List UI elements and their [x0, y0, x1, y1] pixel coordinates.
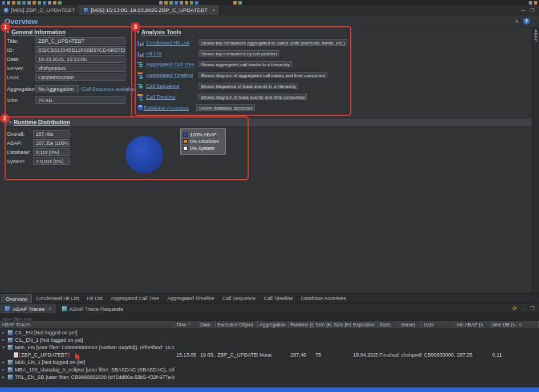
twisty-icon[interactable]: ▾ — [137, 30, 139, 35]
toolbar-icon[interactable] — [175, 1, 178, 5]
toolbar-icon[interactable] — [195, 1, 198, 5]
toolbar-icon[interactable] — [38, 1, 41, 5]
expander-icon[interactable]: ▸ — [1, 375, 6, 379]
column-header[interactable]: Date — [198, 321, 216, 328]
close-icon[interactable]: × — [212, 7, 215, 13]
analysis-tool-link[interactable]: Aggregated Timeline — [146, 72, 198, 78]
toolbar-icon[interactable] — [159, 1, 163, 5]
close-icon[interactable]: × — [48, 306, 51, 312]
analysis-tool-link[interactable]: Call Sequence — [146, 83, 198, 89]
column-header-label: time DB (s — [492, 322, 515, 328]
editor-window-controls: ─ ❐ — [522, 5, 539, 15]
toolbar-icon[interactable] — [7, 1, 10, 5]
column-header[interactable]: User — [422, 321, 455, 328]
toolbar-icon[interactable] — [169, 1, 173, 5]
analysis-tool-row: Aggregated Call Tree Shows aggregated ca… — [137, 60, 351, 68]
trace-tree-row[interactable]: ▸ CIL_EN [Not logged on yet] — [0, 329, 539, 336]
minimize-icon[interactable]: ─ — [522, 7, 525, 13]
column-header[interactable]: State — [378, 321, 399, 328]
field-value: 287,35s (100%) — [33, 139, 70, 147]
trace-tree-row[interactable]: ▸ CIL_EN_1 [Not logged on yet] — [0, 336, 539, 343]
twisty-icon[interactable]: ▾ — [9, 120, 11, 125]
field-label: Aggregation: — [7, 86, 35, 92]
trace-tree-row[interactable]: ▸ M05_EN_1 [Not logged on yet] — [0, 358, 539, 366]
expander-icon[interactable]: ▸ — [1, 338, 6, 342]
column-header[interactable]: Server — [399, 321, 422, 328]
sort-icon: ˄ — [188, 322, 191, 328]
page-tab[interactable]: Condensed Hit List — [32, 294, 83, 302]
editor-tab-trace-object[interactable]: [M05] ZBP_C_UPDATEBT — [0, 5, 79, 15]
field-label: Date: — [7, 56, 35, 62]
toolbar-icon[interactable] — [33, 1, 36, 5]
toolbar-icon[interactable] — [17, 1, 21, 5]
call-sequence-available-link[interactable]: (Call Sequence available) — [81, 86, 136, 92]
toolbar-icon[interactable] — [2, 1, 5, 5]
tab-abap-trace-requests[interactable]: ABAP Trace Requests — [57, 304, 128, 314]
toolbar-icon[interactable] — [238, 1, 242, 5]
column-header[interactable]: Expiration — [351, 321, 378, 328]
toolbar-icon[interactable] — [529, 1, 532, 5]
column-header[interactable]: time DB (s — [491, 321, 517, 328]
toolbar-icon[interactable] — [12, 1, 15, 5]
toolbar-icon[interactable] — [53, 1, 56, 5]
twisty-icon[interactable]: ▾ — [7, 30, 9, 35]
maximize-icon[interactable]: ❐ — [530, 306, 534, 312]
toolbar-icon[interactable] — [190, 1, 193, 5]
page-tab[interactable]: Call Sequence — [218, 294, 260, 302]
tree-cell: ▸ TRL_EN_SB [user filter: CB9980002600 (… — [0, 374, 175, 380]
field-value: No Aggregation — [35, 85, 79, 92]
page-tab[interactable]: Aggregated Timeline — [163, 294, 218, 302]
analysis-tool-link[interactable]: Database Accesses — [144, 105, 196, 111]
trace-tree-row[interactable]: ▾ M05_EN [user filter: CB9980000050 (Ser… — [0, 343, 539, 351]
analysis-tool-description: Shows top consumers by call position — [198, 50, 279, 56]
analysis-tool-icon — [137, 104, 143, 111]
minimized-view-strip[interactable]: ABAP — [532, 27, 539, 293]
column-header[interactable]: ABAP Traces — [0, 321, 175, 328]
toolbar-icon[interactable] — [534, 1, 537, 5]
toolbar-icon[interactable] — [43, 1, 46, 5]
toolbar-icon[interactable] — [27, 1, 31, 5]
page-tab[interactable]: Overview — [1, 294, 32, 303]
editor-tab-trace-result[interactable]: [M05] 15:13:05, 19.03.2025 ZBP_C_UPDATEB… — [79, 5, 220, 15]
help-icon[interactable]: ? — [523, 18, 530, 25]
maximize-icon[interactable]: ❐ — [530, 7, 534, 13]
analysis-tool-row: Call Sequence Shows Sequence of trace ev… — [137, 82, 351, 90]
expander-icon[interactable]: ▾ — [1, 345, 6, 350]
expander-icon[interactable]: ▸ — [1, 367, 6, 372]
analysis-tool-link[interactable]: Hit List — [146, 51, 198, 56]
trace-tree-row[interactable]: ▸ TRL_EN_SB [user filter: CB9980002600 (… — [0, 373, 539, 381]
collapse-all-icon[interactable]: ∧ — [514, 18, 518, 24]
page-tab[interactable]: Call Timeline — [260, 294, 297, 302]
toolbar-icon[interactable] — [185, 1, 188, 5]
field-label: System: — [7, 159, 33, 164]
column-header[interactable]: Size (KB — [332, 321, 351, 328]
expander-icon[interactable]: ▸ — [1, 330, 6, 335]
column-header[interactable]: Runtime (s — [289, 321, 314, 328]
expander-icon[interactable]: ▸ — [1, 360, 6, 365]
page-tab[interactable]: Database Accesses — [297, 294, 350, 302]
page-tab[interactable]: Hit List — [83, 294, 107, 302]
minimize-icon[interactable]: ─ — [522, 306, 525, 312]
column-header[interactable]: me ABAP (s — [455, 321, 491, 328]
column-header[interactable]: Time ˄ — [175, 321, 198, 328]
toolbar-icon[interactable] — [22, 1, 26, 5]
refresh-icon[interactable]: ⟳ — [512, 305, 517, 312]
trace-tree-row[interactable]: ▸ MBA_100_sbasdag_tr_eclipse [user filte… — [0, 366, 539, 373]
analysis-tool-link[interactable]: Condensed Hit List — [146, 40, 198, 46]
page-tab[interactable]: Aggregated Call Tree — [107, 294, 163, 302]
analysis-tool-link[interactable]: Aggregated Call Tree — [146, 62, 198, 67]
toolbar-icon[interactable] — [233, 1, 237, 5]
trace-tree-row[interactable]: ZBP_C_UPDATEBT 15:13:0519.03...ZBP_C_UPD… — [0, 351, 539, 358]
editor-tab-label: [M05] 15:13:05, 19.03.2025 ZBP_C_UPDATEB… — [91, 7, 208, 13]
toolbar-icon[interactable] — [58, 1, 62, 5]
column-header[interactable]: s — [517, 321, 539, 328]
toolbar-icon[interactable] — [180, 1, 183, 5]
toolbar-icon[interactable] — [164, 1, 168, 5]
tab-abap-traces[interactable]: ABAP Traces × — [0, 304, 57, 314]
column-header[interactable]: Executed Object — [216, 321, 258, 328]
toolbar-icon[interactable] — [48, 1, 51, 5]
analysis-tool-link[interactable]: Call Timeline — [146, 94, 198, 100]
column-header[interactable]: Aggregation — [258, 321, 289, 328]
column-header[interactable]: Size (KB — [314, 321, 332, 328]
runtime-pie-chart — [125, 136, 163, 173]
